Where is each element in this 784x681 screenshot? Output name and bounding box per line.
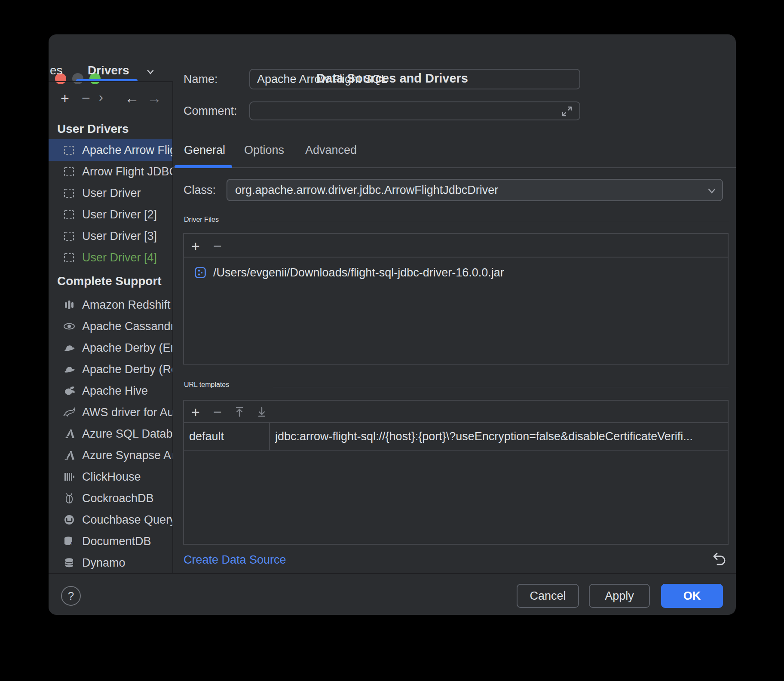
tab-advanced[interactable]: Advanced	[305, 143, 357, 157]
driver-file-row[interactable]: /Users/evgenii/Downloads/flight-sql-jdbc…	[184, 258, 728, 288]
form-tabs-divider	[172, 167, 736, 168]
sidebar-item-documentdb[interactable]: {}DocumentDB	[49, 531, 172, 552]
sidebar-item-label: Azure Synapse Analytics	[82, 449, 172, 462]
class-combobox[interactable]: org.apache.arrow.driver.jdbc.ArrowFlight…	[227, 179, 723, 201]
undo-icon[interactable]	[709, 550, 727, 570]
tab-drivers[interactable]: Drivers	[88, 62, 129, 79]
sidebar-item-user-driver-2[interactable]: User Driver [2]	[49, 204, 172, 225]
driver-files-panel: + − /Users/evgenii/Downloads/flight-sql-…	[183, 233, 729, 365]
url-template-row[interactable]: default jdbc:arrow-flight-sql://{host}:{…	[184, 423, 728, 450]
add-file-button[interactable]: +	[188, 238, 203, 254]
user-driver-icon	[62, 251, 76, 264]
complete-support-header: Complete Support	[49, 268, 172, 294]
derby-icon	[62, 362, 76, 376]
sidebar-item-apache-derby-remote[interactable]: Apache Derby (Remote)	[49, 359, 172, 380]
sidebar-item-arrow-flight-jdbc[interactable]: Arrow Flight JDBC	[49, 161, 172, 182]
sidebar-item-label: User Driver [2]	[82, 208, 157, 221]
hive-icon	[62, 384, 76, 398]
sidebar-item-aws-driver-for-aurora-mysql[interactable]: AWS driver for Aurora MySQL	[49, 402, 172, 423]
clickhouse-icon	[62, 470, 76, 484]
sidebar-item-couchbase-query[interactable]: Couchbase Query	[49, 509, 172, 531]
user-driver-icon	[62, 186, 76, 200]
sidebar-item-azure-sql-database[interactable]: Azure SQL Database	[49, 423, 172, 445]
url-templates-header: URL templates	[184, 381, 229, 389]
azure-icon	[62, 448, 76, 462]
sidebar-item-label: Arrow Flight JDBC	[82, 165, 172, 178]
tab-options[interactable]: Options	[244, 143, 284, 157]
expand-comment-icon[interactable]	[560, 104, 574, 120]
expand-chevron-button[interactable]: ›	[93, 89, 109, 105]
sidebar-item-apache-derby-embedded[interactable]: Apache Derby (Embedded)	[49, 337, 172, 359]
user-driver-icon	[62, 143, 76, 157]
ok-button[interactable]: OK	[661, 584, 723, 608]
sidebar-item-user-driver-3[interactable]: User Driver [3]	[49, 225, 172, 247]
url-row-divider	[184, 450, 728, 451]
sidebar-item-cockroachdb[interactable]: CockroachDB	[49, 488, 172, 509]
tabstrip-divider	[49, 81, 172, 82]
sidebar-item-clickhouse[interactable]: ClickHouse	[49, 466, 172, 488]
tab-general[interactable]: General	[184, 143, 225, 157]
sidebar-item-apache-cassandra[interactable]: Apache Cassandra	[49, 316, 172, 337]
add-template-button[interactable]: +	[188, 404, 203, 420]
back-arrow-button[interactable]: ←	[124, 90, 140, 106]
sidebar-item-label: Dynamo	[82, 556, 126, 570]
sidebar-divider	[172, 81, 173, 573]
sidebar-item-label: ClickHouse	[82, 470, 141, 484]
sidebar-item-label: Apache Arrow Flight SQL	[82, 144, 172, 157]
help-button[interactable]: ?	[61, 586, 81, 606]
sidebar-item-label: Apache Cassandra	[82, 320, 172, 333]
class-label: Class:	[184, 184, 216, 196]
forward-arrow-button[interactable]: →	[147, 90, 162, 106]
remove-template-button[interactable]: −	[210, 404, 225, 420]
move-down-icon[interactable]	[254, 405, 269, 421]
sidebar-item-label: Apache Derby (Embedded)	[82, 341, 172, 355]
jar-icon	[193, 266, 207, 279]
cockroach-icon	[62, 491, 76, 505]
sidebar-item-label: CockroachDB	[82, 492, 154, 505]
user-driver-icon	[62, 229, 76, 243]
complete-support-items: Amazon RedshiftApache CassandraApache De…	[49, 294, 172, 574]
documentdb-icon: {}	[62, 534, 76, 548]
cassandra-icon	[62, 319, 76, 333]
sidebar-item-apache-hive[interactable]: Apache Hive	[49, 380, 172, 402]
user-driver-icon	[62, 208, 76, 221]
add-driver-button[interactable]: +	[57, 90, 73, 106]
chevron-down-icon[interactable]	[144, 65, 157, 80]
name-label: Name:	[184, 73, 218, 86]
url-column-divider	[269, 423, 270, 450]
sidebar-item-dynamo[interactable]: Dynamo	[49, 552, 172, 574]
driver-list: User Drivers Apache Arrow Flight SQLArro…	[49, 119, 172, 574]
user-drivers-items: Apache Arrow Flight SQLArrow Flight JDBC…	[49, 139, 172, 268]
couchbase-icon	[62, 513, 76, 527]
apply-button[interactable]: Apply	[589, 584, 650, 608]
sidebar-item-label: Amazon Redshift	[82, 298, 171, 312]
sidebar-item-user-driver[interactable]: User Driver	[49, 182, 172, 204]
create-data-source-link[interactable]: Create Data Source	[184, 552, 286, 567]
sidebar-item-label: User Driver [3]	[82, 230, 157, 243]
tab-data-sources-partial[interactable]: es	[50, 62, 63, 79]
driver-file-path: /Users/evgenii/Downloads/flight-sql-jdbc…	[213, 266, 504, 279]
url-templates-rule	[273, 387, 729, 387]
help-question-mark: ?	[68, 589, 74, 603]
data-sources-and-drivers-dialog: Data Sources and Drivers es Drivers + − …	[49, 34, 736, 615]
cancel-button[interactable]: Cancel	[517, 584, 579, 608]
comment-input[interactable]	[249, 101, 580, 120]
user-drivers-header: User Drivers	[49, 119, 172, 139]
move-up-icon[interactable]	[232, 405, 247, 421]
sidebar-item-amazon-redshift[interactable]: Amazon Redshift	[49, 294, 172, 316]
remove-driver-button[interactable]: −	[78, 90, 94, 106]
general-tab-underline	[175, 165, 232, 168]
name-input[interactable]	[249, 69, 580, 89]
remove-file-button[interactable]: −	[210, 238, 225, 254]
derby-icon	[62, 341, 76, 355]
sidebar-item-apache-arrow-flight-sql[interactable]: Apache Arrow Flight SQL	[49, 139, 172, 161]
driver-files-rule	[249, 222, 729, 222]
url-templates-panel: + − default jdbc:arrow-flight-sql://{hos…	[183, 400, 729, 545]
class-value: org.apache.arrow.driver.jdbc.ArrowFlight…	[235, 184, 498, 197]
sidebar-item-label: Azure SQL Database	[82, 427, 172, 441]
dolphin-icon	[62, 405, 76, 419]
footer-divider	[49, 573, 736, 574]
sidebar-item-azure-synapse-analytics[interactable]: Azure Synapse Analytics	[49, 445, 172, 466]
template-name-cell: default	[189, 429, 266, 444]
sidebar-item-user-driver-4[interactable]: User Driver [4]	[49, 247, 172, 268]
